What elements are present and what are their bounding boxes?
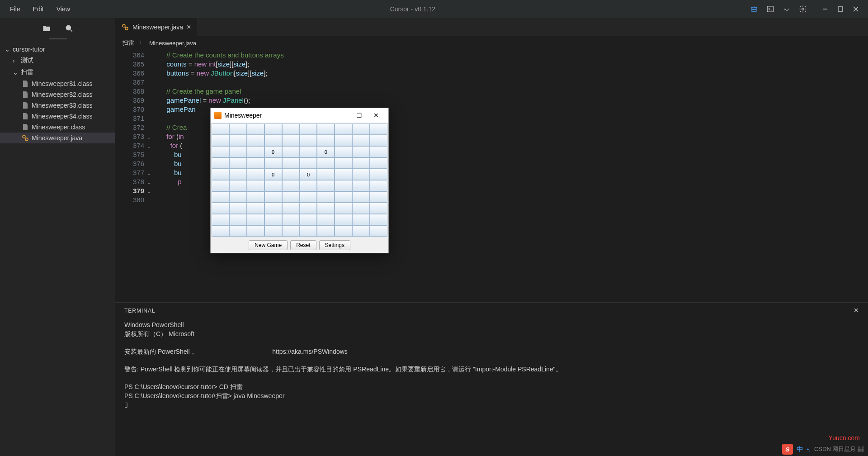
- mine-cell[interactable]: [247, 157, 264, 169]
- mine-cell[interactable]: [300, 191, 317, 203]
- minesweeper-window[interactable]: Minesweeper — ☐ ✕ 0000 New Game Reset Se…: [210, 108, 389, 253]
- mine-cell[interactable]: [317, 203, 335, 214]
- mine-cell[interactable]: [212, 135, 229, 146]
- mine-cell[interactable]: [335, 124, 352, 135]
- mine-cell[interactable]: [282, 124, 300, 135]
- wave-icon[interactable]: [783, 5, 791, 13]
- mine-cell[interactable]: [229, 214, 247, 225]
- mine-cell[interactable]: [282, 225, 300, 237]
- tree-file-4[interactable]: Minesweeper$4.class: [0, 111, 115, 122]
- tree-file-6[interactable]: Minesweeper.java: [0, 133, 115, 143]
- mine-cell[interactable]: [229, 180, 247, 191]
- mine-cell[interactable]: [335, 146, 352, 157]
- terminal-label[interactable]: TERMINAL: [124, 308, 156, 314]
- mine-cell[interactable]: [335, 214, 352, 225]
- mine-cell[interactable]: [282, 214, 300, 225]
- breadcrumb-2[interactable]: Minesweeper.java: [149, 40, 196, 47]
- mine-cell[interactable]: [370, 214, 387, 225]
- mine-cell[interactable]: [335, 203, 352, 214]
- tree-folder-saolei[interactable]: ⌄扫雷: [0, 66, 115, 78]
- reset-button[interactable]: Reset: [290, 240, 316, 250]
- mine-cell[interactable]: [300, 124, 317, 135]
- mine-cell[interactable]: [247, 180, 264, 191]
- mine-cell[interactable]: [229, 157, 247, 169]
- copilot-icon[interactable]: [750, 5, 758, 13]
- mine-cell[interactable]: [370, 203, 387, 214]
- mine-cell[interactable]: [282, 180, 300, 191]
- terminal-close-icon[interactable]: ×: [854, 306, 859, 315]
- settings-button[interactable]: Settings: [319, 240, 350, 250]
- terminal-icon[interactable]: [766, 5, 774, 13]
- mine-cell[interactable]: [229, 225, 247, 237]
- tree-folder-test[interactable]: ›测试: [0, 55, 115, 66]
- mine-cell[interactable]: [264, 191, 282, 203]
- ms-minimize-icon[interactable]: —: [333, 112, 350, 119]
- mine-cell[interactable]: [282, 146, 300, 157]
- mine-cell[interactable]: [264, 180, 282, 191]
- mine-cell[interactable]: [352, 180, 370, 191]
- mine-cell[interactable]: [229, 135, 247, 146]
- mine-cell[interactable]: [335, 180, 352, 191]
- tree-file-5[interactable]: Minesweeper.class: [0, 122, 115, 133]
- mine-cell[interactable]: [282, 203, 300, 214]
- mine-cell[interactable]: [300, 135, 317, 146]
- tab-minesweeper[interactable]: Minesweeper.java ×: [115, 18, 197, 36]
- close-icon[interactable]: [853, 6, 859, 12]
- mine-cell[interactable]: [352, 214, 370, 225]
- terminal-body[interactable]: Windows PowerShell 版权所有（C） Microsoft 安装最…: [115, 318, 868, 456]
- menu-file[interactable]: File: [5, 3, 26, 15]
- mine-cell[interactable]: [352, 191, 370, 203]
- tree-root[interactable]: ⌄cursor-tutor: [0, 44, 115, 55]
- minimize-icon[interactable]: [822, 6, 828, 12]
- gear-icon[interactable]: [799, 5, 807, 13]
- mine-cell[interactable]: 0: [317, 146, 335, 157]
- mine-cell[interactable]: [247, 203, 264, 214]
- mine-cell[interactable]: [229, 169, 247, 180]
- mine-cell[interactable]: [247, 191, 264, 203]
- mine-cell[interactable]: [335, 169, 352, 180]
- mine-cell[interactable]: [212, 124, 229, 135]
- tree-file-2[interactable]: Minesweeper$2.class: [0, 89, 115, 100]
- mine-cell[interactable]: [212, 203, 229, 214]
- mine-cell[interactable]: [352, 157, 370, 169]
- search-icon[interactable]: [65, 24, 74, 33]
- mine-cell[interactable]: [300, 214, 317, 225]
- ms-close-icon[interactable]: ✕: [368, 112, 385, 119]
- mine-cell[interactable]: [352, 135, 370, 146]
- tree-file-3[interactable]: Minesweeper$3.class: [0, 100, 115, 111]
- mine-cell[interactable]: [212, 146, 229, 157]
- mine-cell[interactable]: [212, 157, 229, 169]
- sogou-icon[interactable]: S: [782, 444, 793, 455]
- mine-cell[interactable]: 0: [264, 169, 282, 180]
- mine-cell[interactable]: [352, 124, 370, 135]
- mine-cell[interactable]: [352, 203, 370, 214]
- folder-icon[interactable]: [42, 24, 51, 33]
- mine-cell[interactable]: [247, 169, 264, 180]
- mine-cell[interactable]: [335, 191, 352, 203]
- mine-cell[interactable]: [317, 169, 335, 180]
- mine-cell[interactable]: [247, 146, 264, 157]
- mine-cell[interactable]: [300, 203, 317, 214]
- mine-cell[interactable]: [247, 214, 264, 225]
- mine-cell[interactable]: [282, 169, 300, 180]
- new-game-button[interactable]: New Game: [249, 240, 288, 250]
- ms-maximize-icon[interactable]: ☐: [350, 112, 368, 119]
- mine-cell[interactable]: [229, 191, 247, 203]
- mine-cell[interactable]: [335, 157, 352, 169]
- mine-cell[interactable]: [352, 146, 370, 157]
- maximize-icon[interactable]: [837, 6, 844, 12]
- mine-cell[interactable]: [212, 214, 229, 225]
- mine-cell[interactable]: [317, 157, 335, 169]
- mine-cell[interactable]: [247, 135, 264, 146]
- mine-cell[interactable]: [247, 225, 264, 237]
- mine-cell[interactable]: [229, 203, 247, 214]
- menu-edit[interactable]: Edit: [28, 3, 49, 15]
- mine-cell[interactable]: [300, 180, 317, 191]
- mine-cell[interactable]: [370, 180, 387, 191]
- mine-cell[interactable]: [335, 135, 352, 146]
- mine-cell[interactable]: [370, 191, 387, 203]
- mine-cell[interactable]: [370, 146, 387, 157]
- mine-cell[interactable]: [282, 157, 300, 169]
- mine-cell[interactable]: [317, 191, 335, 203]
- mine-cell[interactable]: [352, 225, 370, 237]
